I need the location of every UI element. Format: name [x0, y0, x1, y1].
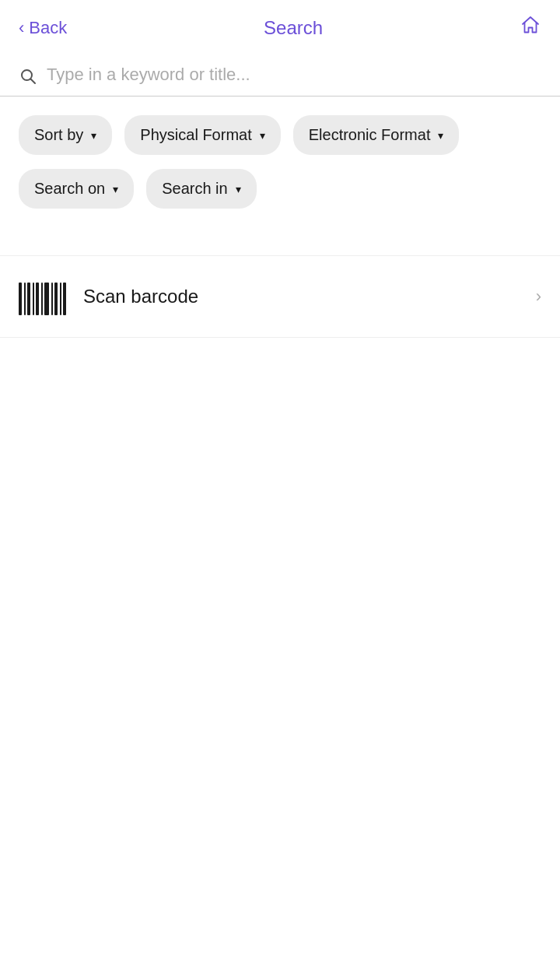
- search-on-filter[interactable]: Search on ▾: [19, 169, 134, 209]
- sort-by-chevron-icon: ▾: [91, 129, 96, 142]
- scan-barcode-row[interactable]: Scan barcode ›: [0, 255, 560, 338]
- electronic-format-label: Electronic Format: [309, 126, 431, 144]
- physical-format-filter[interactable]: Physical Format ▾: [124, 115, 280, 155]
- search-in-chevron-icon: ▾: [236, 183, 241, 195]
- scan-barcode-label: Scan barcode: [83, 286, 198, 307]
- chevron-right-icon: ›: [536, 286, 541, 307]
- back-label: Back: [29, 18, 67, 38]
- page-title: Search: [67, 17, 520, 39]
- back-chevron-icon: ‹: [19, 18, 24, 38]
- navigation-bar: ‹ Back Search: [0, 0, 560, 52]
- sort-by-filter[interactable]: Sort by ▾: [19, 115, 112, 155]
- physical-format-chevron-icon: ▾: [260, 129, 265, 142]
- search-on-label: Search on: [34, 180, 105, 198]
- search-in-filter[interactable]: Search in ▾: [146, 169, 257, 209]
- search-bar: [0, 52, 560, 97]
- electronic-format-filter[interactable]: Electronic Format ▾: [293, 115, 460, 155]
- search-on-chevron-icon: ▾: [113, 183, 118, 195]
- svg-line-1: [31, 79, 36, 84]
- search-input[interactable]: [47, 65, 541, 93]
- filters-area: Sort by ▾ Physical Format ▾ Electronic F…: [0, 97, 560, 209]
- search-icon: [19, 67, 37, 90]
- back-button[interactable]: ‹ Back: [19, 18, 67, 38]
- sort-by-label: Sort by: [34, 126, 83, 144]
- physical-format-label: Physical Format: [140, 126, 251, 144]
- search-in-label: Search in: [162, 180, 228, 198]
- home-icon[interactable]: [520, 14, 541, 41]
- barcode-icon: [19, 278, 66, 315]
- electronic-format-chevron-icon: ▾: [438, 129, 443, 142]
